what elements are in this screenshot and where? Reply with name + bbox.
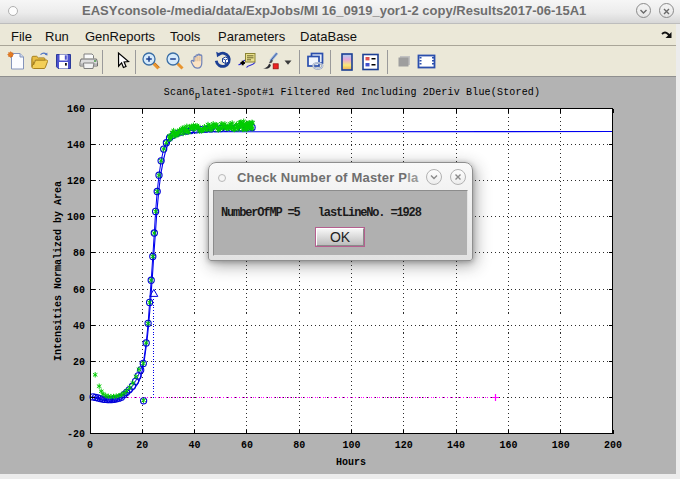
- svg-text:40: 40: [189, 440, 201, 451]
- svg-text:120: 120: [67, 176, 85, 187]
- svg-text:Intensities Normalized by Area: Intensities Normalized by Area: [53, 181, 64, 361]
- svg-text:140: 140: [67, 140, 85, 151]
- svg-text:140: 140: [447, 440, 465, 451]
- svg-text:20: 20: [73, 357, 85, 368]
- svg-text:100: 100: [67, 212, 85, 223]
- svg-text:80: 80: [73, 248, 85, 259]
- svg-text:Hours: Hours: [336, 457, 366, 468]
- svg-text:-20: -20: [67, 429, 85, 440]
- svg-text:60: 60: [241, 440, 253, 451]
- svg-text:0: 0: [79, 393, 85, 404]
- svg-text:Scan6plate1-Spot#1 Filtered Re: Scan6plate1-Spot#1 Filtered Red Includin…: [164, 87, 540, 101]
- svg-text:0: 0: [87, 440, 93, 451]
- svg-text:20: 20: [136, 440, 148, 451]
- svg-text:80: 80: [293, 440, 305, 451]
- svg-text:60: 60: [73, 285, 85, 296]
- svg-text:160: 160: [67, 104, 85, 115]
- svg-text:100: 100: [342, 440, 360, 451]
- svg-text:120: 120: [395, 440, 413, 451]
- svg-text:160: 160: [499, 440, 517, 451]
- svg-text:40: 40: [73, 321, 85, 332]
- svg-text:180: 180: [552, 440, 570, 451]
- svg-text:200: 200: [604, 440, 622, 451]
